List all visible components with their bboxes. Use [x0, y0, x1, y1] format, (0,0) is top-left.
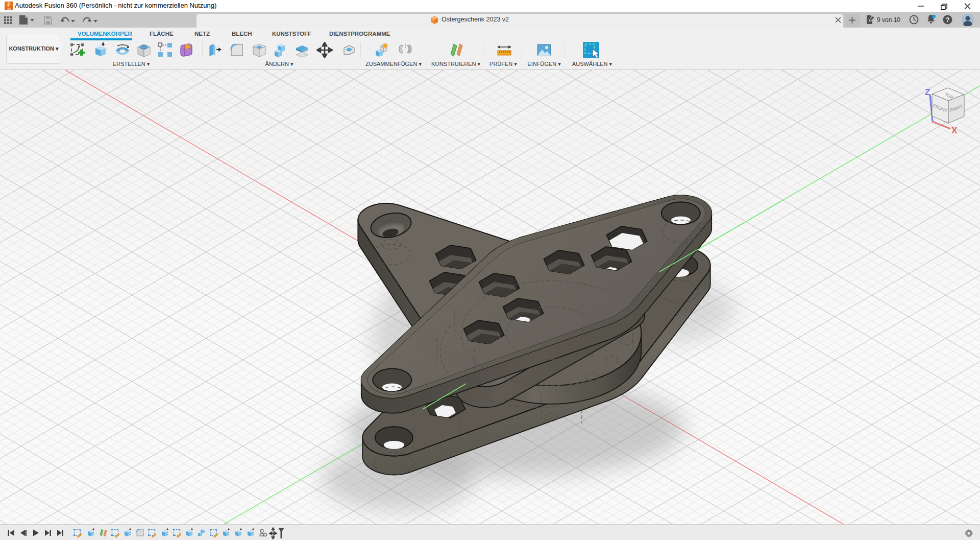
svg-text:?: ? [946, 16, 950, 24]
svg-text:F: F [7, 2, 10, 8]
svg-text:360: 360 [7, 8, 11, 10]
svg-text:Z: Z [925, 87, 930, 97]
svg-text:X: X [951, 126, 958, 135]
